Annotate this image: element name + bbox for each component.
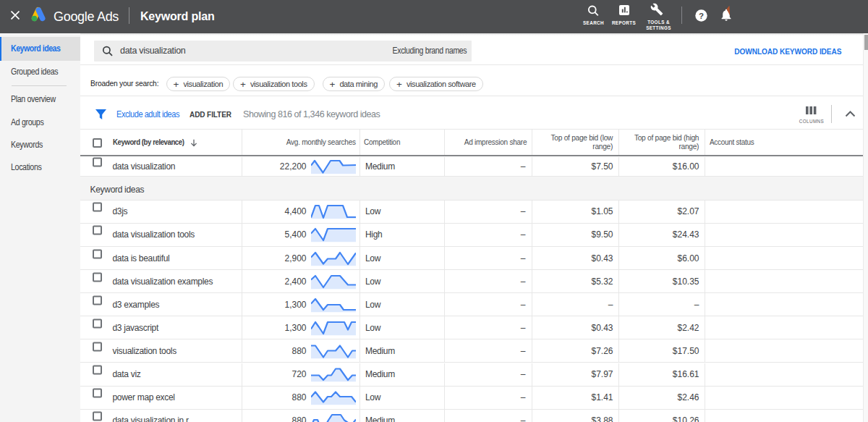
svg-text:?: ? — [699, 12, 704, 20]
